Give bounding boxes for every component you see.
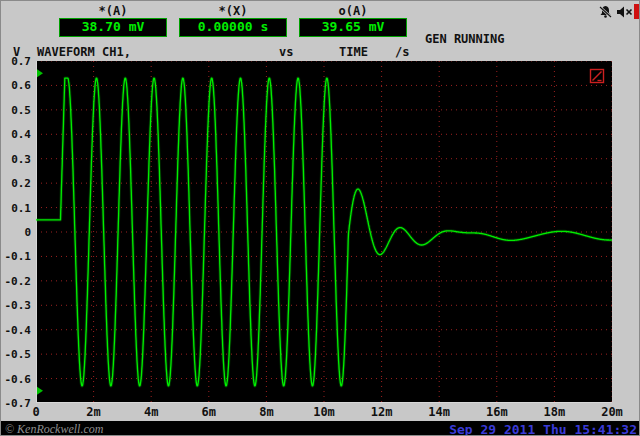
x-tick-label: 18m bbox=[544, 405, 566, 419]
y-tick-label: 0.1 bbox=[1, 202, 31, 215]
y-tick-label: 0 bbox=[1, 226, 31, 239]
y-tick-label: 0.7 bbox=[1, 55, 31, 68]
y-axis-labels: 0.70.60.50.40.30.20.10-0.1-0.2-0.3-0.4-0… bbox=[1, 1, 34, 421]
y-tick-label: -0.3 bbox=[1, 299, 31, 312]
waveform-plot bbox=[36, 61, 612, 403]
x-axis-labels: 02m4m6m8m10m12m14m16m18m20m bbox=[1, 405, 640, 420]
range-marker-top bbox=[37, 69, 43, 77]
footer-bar: © KenRockwell.com Sep 29 2011 Thu 15:41:… bbox=[1, 421, 640, 436]
y-tick-label: -0.2 bbox=[1, 275, 31, 288]
rs-logo-icon bbox=[589, 68, 605, 84]
readout-value-a: 38.70 mV bbox=[59, 18, 167, 37]
readout-value-oa: 39.65 mV bbox=[299, 18, 407, 37]
readout-label-a: *(A) bbox=[59, 4, 167, 18]
y-tick-label: -0.6 bbox=[1, 373, 31, 386]
y-tick-label: -0.1 bbox=[1, 250, 31, 263]
vs-label: vs bbox=[279, 45, 293, 59]
x-axis-unit: /s bbox=[395, 45, 409, 59]
record-indicator bbox=[634, 4, 639, 19]
x-tick-label: 14m bbox=[428, 405, 450, 419]
x-tick-label: 0 bbox=[32, 405, 39, 419]
x-tick-label: 10m bbox=[313, 405, 335, 419]
generator-status: GEN RUNNING bbox=[425, 32, 548, 46]
bell-off-icon bbox=[598, 5, 613, 19]
readout-value-x: 0.00000 s bbox=[179, 18, 287, 37]
y-tick-label: -0.5 bbox=[1, 348, 31, 361]
x-tick-label: 20m bbox=[601, 405, 623, 419]
trace-title: WAVEFORM CH1, bbox=[37, 45, 131, 59]
datetime: Sep 29 2011 Thu 15:41:32 bbox=[449, 422, 637, 436]
y-tick-label: -0.4 bbox=[1, 324, 31, 337]
range-marker-bottom bbox=[37, 387, 43, 395]
watermark: © KenRockwell.com bbox=[5, 422, 103, 436]
readout-value-x-text: 0.00000 s bbox=[198, 19, 268, 34]
x-tick-label: 6m bbox=[202, 405, 216, 419]
readout-value-oa-text: 39.65 mV bbox=[322, 19, 385, 34]
x-tick-label: 8m bbox=[259, 405, 273, 419]
x-tick-label: 16m bbox=[486, 405, 508, 419]
y-tick-label: 0.6 bbox=[1, 79, 31, 92]
x-tick-label: 4m bbox=[144, 405, 158, 419]
plot-canvas bbox=[36, 61, 612, 403]
y-tick-label: 0.2 bbox=[1, 177, 31, 190]
x-axis-name: TIME bbox=[339, 45, 368, 59]
readout-label-x: *(X) bbox=[179, 4, 287, 18]
readout-label-oa: o(A) bbox=[299, 4, 407, 18]
speaker-off-icon bbox=[616, 5, 633, 19]
x-tick-label: 12m bbox=[371, 405, 393, 419]
readout-value-a-text: 38.70 mV bbox=[82, 19, 145, 34]
analyzer-screen: *(A) 38.70 mV *(X) 0.00000 s o(A) 39.65 … bbox=[0, 0, 640, 436]
y-tick-label: 0.3 bbox=[1, 153, 31, 166]
y-tick-label: 0.4 bbox=[1, 128, 31, 141]
x-tick-label: 2m bbox=[86, 405, 100, 419]
y-tick-label: 0.5 bbox=[1, 104, 31, 117]
